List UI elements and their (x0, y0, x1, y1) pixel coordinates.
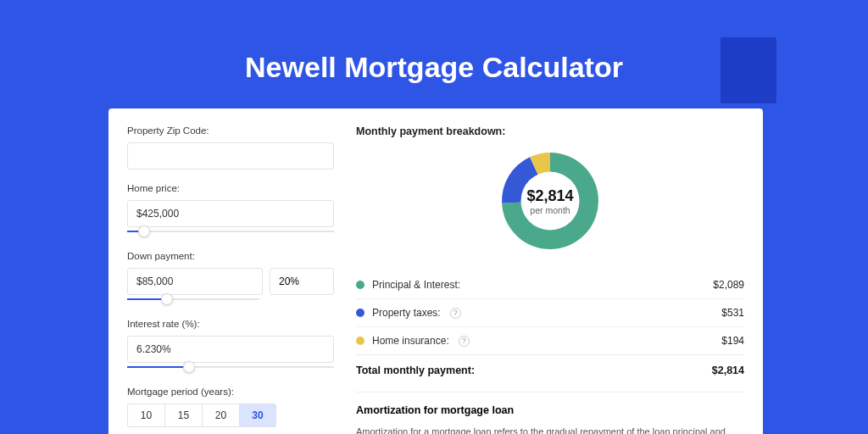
info-icon[interactable]: ? (459, 336, 470, 347)
legend-value: $531 (721, 307, 744, 319)
donut-amount: $2,814 (526, 187, 573, 205)
mortgage-period-group: Mortgage period (years): 10152030 (127, 387, 334, 427)
down-payment-input[interactable] (127, 268, 263, 295)
home-price-input[interactable] (127, 200, 334, 227)
down-payment-slider[interactable] (127, 293, 259, 305)
form-panel: Property Zip Code: Home price: Down paym… (127, 125, 334, 434)
legend-value: $194 (721, 335, 744, 347)
legend-row: Principal & Interest:$2,089 (356, 271, 744, 299)
legend-dot-icon (356, 281, 364, 289)
down-payment-group: Down payment: (127, 251, 334, 305)
total-label: Total monthly payment: (356, 364, 475, 376)
zip-group: Property Zip Code: (127, 125, 334, 170)
home-price-group: Home price: (127, 183, 334, 237)
mortgage-period-label: Mortgage period (years): (127, 387, 334, 397)
donut-chart: $2,814 per month (497, 147, 604, 254)
donut-sublabel: per month (530, 205, 570, 215)
zip-label: Property Zip Code: (127, 125, 334, 136)
period-option-10[interactable]: 10 (127, 403, 164, 427)
legend: Principal & Interest:$2,089Property taxe… (356, 271, 744, 355)
info-icon[interactable]: ? (450, 308, 461, 319)
amortization-title: Amortization for mortgage loan (356, 404, 744, 416)
interest-rate-input[interactable] (127, 336, 334, 363)
legend-label: Home insurance: (372, 335, 449, 347)
period-option-15[interactable]: 15 (164, 403, 202, 427)
total-row: Total monthly payment: $2,814 (356, 355, 744, 392)
legend-label: Property taxes: (372, 307, 441, 319)
breakdown-title: Monthly payment breakdown: (356, 125, 744, 137)
legend-dot-icon (356, 337, 364, 345)
legend-label: Principal & Interest: (372, 279, 460, 291)
legend-row: Property taxes:?$531 (356, 299, 744, 327)
down-payment-label: Down payment: (127, 251, 334, 261)
breakdown-panel: Monthly payment breakdown: $2,814 per mo… (334, 125, 744, 434)
amortization-text: Amortization for a mortgage loan refers … (356, 425, 744, 434)
home-price-label: Home price: (127, 183, 334, 193)
period-option-30[interactable]: 30 (239, 403, 276, 427)
legend-value: $2,089 (713, 279, 744, 291)
period-option-20[interactable]: 20 (202, 403, 239, 427)
interest-rate-label: Interest rate (%): (127, 319, 334, 329)
interest-rate-slider[interactable] (127, 361, 334, 373)
legend-row: Home insurance:?$194 (356, 327, 744, 355)
total-value: $2,814 (712, 364, 744, 376)
zip-input[interactable] (127, 142, 334, 170)
legend-dot-icon (356, 309, 364, 317)
mortgage-period-options: 10152030 (127, 403, 334, 427)
down-payment-pct-input[interactable] (270, 268, 334, 295)
interest-rate-group: Interest rate (%): (127, 319, 334, 373)
calculator-card: Property Zip Code: Home price: Down paym… (108, 108, 763, 434)
home-price-slider[interactable] (127, 225, 334, 237)
amortization-section: Amortization for mortgage loan Amortizat… (356, 392, 744, 434)
